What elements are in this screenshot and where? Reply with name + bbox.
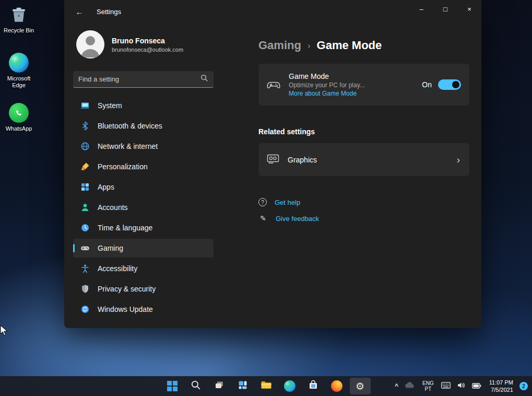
sidebar-item-time-language[interactable]: Time & language bbox=[73, 218, 214, 237]
game-mode-description: Optimize your PC for play... bbox=[289, 81, 365, 89]
settings-window: ← Settings – □ × bbox=[64, 0, 481, 328]
search-input[interactable] bbox=[78, 75, 200, 83]
sidebar-item-label: Accessibility bbox=[98, 264, 137, 273]
more-about-game-mode-link[interactable]: More about Game Mode bbox=[289, 90, 365, 97]
maximize-button[interactable]: □ bbox=[433, 0, 457, 18]
avatar bbox=[76, 30, 104, 59]
user-profile[interactable]: Bruno Fonseca brunofonseca@outlook.com bbox=[76, 30, 214, 59]
task-view-button[interactable] bbox=[209, 378, 230, 394]
system-icon bbox=[80, 101, 90, 110]
breadcrumb-gaming[interactable]: Gaming bbox=[258, 39, 301, 52]
widgets-button[interactable] bbox=[232, 378, 253, 394]
sidebar-item-label: Time & language bbox=[98, 224, 152, 232]
sidebar-item-accessibility[interactable]: Accessibility bbox=[73, 259, 214, 278]
taskbar-center: ⚙ bbox=[162, 376, 371, 396]
window-titlebar[interactable]: ← Settings – □ × bbox=[64, 0, 481, 23]
tray-time: 11:07 PM bbox=[489, 379, 513, 386]
chevron-up-icon: ^ bbox=[395, 382, 398, 390]
desktop-icon-microsoft-edge[interactable]: Microsoft Edge bbox=[0, 52, 38, 89]
gear-icon: ⚙ bbox=[356, 381, 364, 391]
language-switcher[interactable]: ENG PT bbox=[419, 378, 438, 394]
desktop-icon-label: Microsoft Edge bbox=[0, 75, 38, 89]
taskbar: ⚙ ^ ENG PT bbox=[0, 376, 532, 396]
tray-overflow-button[interactable]: ^ bbox=[392, 378, 401, 394]
firefox-button[interactable] bbox=[326, 378, 347, 394]
sidebar-item-apps[interactable]: Apps bbox=[73, 178, 214, 196]
give-feedback-link[interactable]: ✎ Give feedback bbox=[258, 214, 469, 223]
sidebar-item-label: Accounts bbox=[98, 203, 128, 212]
clock[interactable]: 11:07 PM 7/5/2021 bbox=[485, 378, 517, 394]
mouse-cursor bbox=[0, 325, 9, 339]
sidebar-item-network-internet[interactable]: Network & internet bbox=[73, 137, 214, 156]
sidebar-item-label: Windows Update bbox=[98, 305, 153, 313]
update-arrows-icon bbox=[80, 305, 90, 314]
tray-date: 7/5/2021 bbox=[491, 386, 513, 393]
desktop: Recycle Bin Microsoft Edge WhatsApp ← Se… bbox=[0, 0, 532, 396]
settings-app-button[interactable]: ⚙ bbox=[350, 378, 371, 394]
taskbar-search-button[interactable] bbox=[185, 378, 206, 394]
sidebar-item-privacy-security[interactable]: Privacy & security bbox=[73, 279, 214, 298]
desktop-icon-whatsapp[interactable]: WhatsApp bbox=[0, 102, 38, 132]
speaker-icon bbox=[457, 381, 466, 391]
sidebar-item-bluetooth-devices[interactable]: Bluetooth & devices bbox=[73, 117, 214, 135]
paintbrush-icon bbox=[80, 162, 90, 171]
help-links: ? Get help ✎ Give feedback bbox=[258, 198, 469, 223]
toggle-state-label: On bbox=[422, 80, 432, 89]
edge-button[interactable] bbox=[279, 378, 300, 394]
window-controls: – □ × bbox=[409, 0, 481, 18]
search-box bbox=[73, 71, 214, 88]
settings-sidebar: Bruno Fonseca brunofonseca@outlook.com bbox=[64, 23, 219, 328]
system-tray: ^ ENG PT bbox=[392, 376, 532, 396]
window-title: Settings bbox=[97, 8, 121, 16]
sidebar-item-label: Privacy & security bbox=[98, 285, 156, 293]
graphics-icon bbox=[267, 153, 279, 167]
gamepad-icon bbox=[80, 243, 90, 253]
sidebar-item-personalization[interactable]: Personalization bbox=[73, 157, 214, 176]
whatsapp-icon bbox=[8, 102, 29, 123]
desktop-icon-label: WhatsApp bbox=[6, 125, 32, 132]
sidebar-item-label: Apps bbox=[98, 183, 114, 191]
start-button[interactable] bbox=[162, 378, 183, 394]
close-button[interactable]: × bbox=[457, 0, 481, 18]
recycle-bin-icon bbox=[8, 4, 29, 25]
graphics-settings-row[interactable]: Graphics › bbox=[258, 143, 469, 176]
microsoft-store-icon bbox=[308, 380, 318, 392]
back-arrow-icon: ← bbox=[76, 7, 84, 16]
sidebar-item-label: Bluetooth & devices bbox=[98, 122, 162, 130]
accounts-person-icon bbox=[80, 203, 90, 212]
related-settings-heading: Related settings bbox=[258, 127, 469, 136]
task-view-icon bbox=[214, 380, 224, 392]
notification-badge[interactable]: 2 bbox=[519, 382, 528, 390]
edge-icon bbox=[284, 380, 295, 392]
network-globe-icon bbox=[80, 142, 90, 151]
sidebar-item-accounts[interactable]: Accounts bbox=[73, 198, 214, 217]
file-explorer-button[interactable] bbox=[256, 378, 277, 394]
minimize-icon: – bbox=[419, 5, 423, 13]
widgets-icon bbox=[238, 380, 248, 392]
volume-button[interactable] bbox=[454, 378, 468, 394]
apps-grid-icon bbox=[80, 182, 90, 192]
sidebar-item-windows-update[interactable]: Windows Update bbox=[73, 300, 214, 319]
sidebar-item-system[interactable]: System bbox=[73, 96, 214, 115]
give-feedback-label: Give feedback bbox=[276, 215, 319, 223]
game-mode-toggle[interactable] bbox=[438, 79, 461, 90]
onedrive-button[interactable] bbox=[402, 378, 418, 394]
get-help-label: Get help bbox=[275, 199, 300, 206]
sidebar-item-gaming[interactable]: Gaming bbox=[73, 239, 214, 258]
desktop-icon-label: Recycle Bin bbox=[4, 27, 34, 34]
maximize-icon: □ bbox=[443, 5, 447, 13]
battery-button[interactable] bbox=[469, 378, 484, 394]
sidebar-item-label: System bbox=[98, 101, 122, 110]
touch-keyboard-button[interactable] bbox=[439, 378, 453, 394]
firefox-icon bbox=[331, 380, 342, 392]
accessibility-person-icon bbox=[80, 264, 90, 273]
edge-icon bbox=[8, 52, 29, 73]
back-button[interactable]: ← bbox=[70, 4, 88, 19]
microsoft-store-button[interactable] bbox=[303, 378, 324, 394]
get-help-link[interactable]: ? Get help bbox=[258, 198, 469, 206]
game-mode-card: Game Mode Optimize your PC for play... M… bbox=[258, 64, 469, 106]
breadcrumb: Gaming › Game Mode bbox=[258, 39, 469, 52]
file-explorer-icon bbox=[261, 380, 272, 392]
minimize-button[interactable]: – bbox=[409, 0, 433, 18]
desktop-icon-recycle-bin[interactable]: Recycle Bin bbox=[0, 4, 38, 34]
